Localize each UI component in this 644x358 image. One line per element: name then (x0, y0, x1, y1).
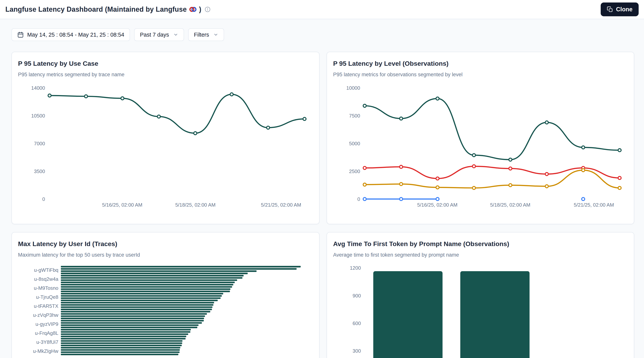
svg-text:5/18/25, 02:00 AM: 5/18/25, 02:00 AM (490, 202, 530, 208)
range-preset-dropdown[interactable]: Past 7 days (134, 28, 184, 41)
svg-text:1200: 1200 (350, 265, 361, 270)
svg-text:5/21/25, 02:00 AM: 5/21/25, 02:00 AM (261, 202, 301, 208)
svg-text:14000: 14000 (31, 85, 45, 91)
svg-text:7500: 7500 (349, 113, 360, 118)
copy-icon (607, 6, 613, 12)
chart-card-avg-ttft-prompt-name: Avg Time To First Token by Prompt Name (… (326, 232, 634, 358)
svg-text:u-tFAR5TX: u-tFAR5TX (34, 304, 58, 309)
chevron-down-icon (173, 32, 178, 37)
chevron-down-icon (213, 32, 218, 37)
svg-text:u-zVqP3hw: u-zVqP3hw (33, 312, 58, 318)
svg-text:10500: 10500 (31, 113, 45, 118)
svg-text:7000: 7000 (34, 141, 45, 146)
svg-text:u-gWTiFbq: u-gWTiFbq (34, 267, 58, 273)
filter-toolbar: May 14, 25 : 08:54 - May 21, 25 : 08:54 … (12, 28, 224, 41)
svg-text:u-M9Tosno: u-M9Tosno (34, 285, 58, 291)
clone-button[interactable]: Clone (601, 2, 639, 16)
horizontal-bar-chart-canvas[interactable]: u-gWTiFbqu-8sq2w4au-M9Tosnou-TjruQe8u-tF… (12, 232, 319, 358)
svg-text:900: 900 (353, 293, 361, 298)
knot-emoji-icon (189, 6, 197, 13)
clone-button-label: Clone (616, 6, 632, 13)
page-title: Langfuse Latency Dashboard (Maintained b… (5, 5, 201, 14)
svg-text:5/18/25, 02:00 AM: 5/18/25, 02:00 AM (175, 202, 216, 208)
svg-text:u-FrqAg8L: u-FrqAg8L (35, 330, 58, 336)
info-icon[interactable] (205, 6, 210, 12)
chart-card-p95-latency-level: P 95 Latency by Level (Observations) P95… (326, 52, 634, 224)
date-range-value: May 14, 25 : 08:54 - May 21, 25 : 08:54 (27, 32, 124, 38)
svg-text:u-TjruQe8: u-TjruQe8 (36, 294, 58, 300)
page-title-text: Langfuse Latency Dashboard (Maintained b… (5, 5, 187, 14)
svg-text:u-MkZIgHw: u-MkZIgHw (33, 348, 58, 354)
svg-text:0: 0 (357, 196, 360, 202)
svg-text:5/16/25, 02:00 AM: 5/16/25, 02:00 AM (102, 202, 142, 208)
line-chart-canvas[interactable]: 14000105007000350005/16/25, 02:00 AM5/18… (12, 52, 319, 224)
svg-text:0: 0 (42, 196, 45, 202)
svg-text:5000: 5000 (349, 141, 360, 146)
svg-text:5/16/25, 02:00 AM: 5/16/25, 02:00 AM (417, 202, 458, 208)
chart-card-max-latency-user-id: Max Latency by User Id (Traces) Maximum … (12, 232, 320, 358)
svg-text:600: 600 (353, 321, 361, 326)
svg-text:300: 300 (353, 348, 361, 354)
filters-label: Filters (194, 32, 209, 38)
svg-text:5/21/25, 02:00 AM: 5/21/25, 02:00 AM (574, 202, 614, 208)
svg-text:3500: 3500 (34, 169, 45, 174)
svg-text:u-gyzVIP9: u-gyzVIP9 (36, 322, 58, 327)
svg-text:u-8sq2w4a: u-8sq2w4a (34, 276, 58, 282)
vertical-bar-chart-canvas[interactable]: 1200900600300 (327, 232, 634, 358)
calendar-icon (17, 32, 24, 38)
svg-text:u-3Y8fUi7: u-3Y8fUi7 (36, 340, 58, 345)
range-preset-value: Past 7 days (140, 32, 169, 38)
line-chart-canvas[interactable]: 1000075005000250005/16/25, 02:00 AM5/18/… (327, 52, 634, 224)
filters-dropdown[interactable]: Filters (188, 28, 224, 41)
svg-text:2500: 2500 (349, 169, 360, 174)
page-title-suffix: ) (199, 5, 201, 14)
top-bar: Langfuse Latency Dashboard (Maintained b… (0, 0, 644, 19)
date-range-picker[interactable]: May 14, 25 : 08:54 - May 21, 25 : 08:54 (12, 28, 130, 41)
chart-card-p95-latency-use-case: P 95 Latency by Use Case P95 latency met… (12, 52, 320, 224)
svg-text:10000: 10000 (346, 85, 360, 91)
